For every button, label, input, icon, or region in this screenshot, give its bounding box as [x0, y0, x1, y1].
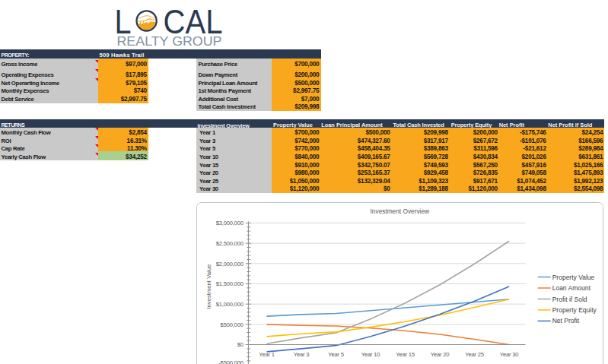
svg-text:$2,500,000: $2,500,000	[216, 240, 244, 247]
svg-text:Year 1: Year 1	[259, 351, 275, 358]
svg-text:Property Value: Property Value	[552, 274, 595, 281]
svg-text:Year 30: Year 30	[500, 351, 519, 358]
svg-text:Year 15: Year 15	[396, 351, 415, 358]
svg-text:Year 25: Year 25	[466, 351, 485, 358]
svg-text:$0: $0	[237, 342, 244, 349]
svg-text:Profit if Sold: Profit if Sold	[552, 296, 587, 303]
svg-text:$2,000,000: $2,000,000	[216, 261, 244, 267]
svg-text:$3,000,000: $3,000,000	[216, 220, 244, 227]
svg-text:Investment Overview: Investment Overview	[371, 207, 430, 215]
svg-text:Investment Value: Investment Value	[205, 264, 212, 309]
svg-text:$1,500,000: $1,500,000	[216, 281, 244, 288]
svg-text:Net Profit: Net Profit	[552, 318, 580, 325]
svg-text:$500,000: $500,000	[221, 321, 244, 328]
svg-text:Year 20: Year 20	[431, 351, 450, 358]
svg-text:Loan Amount: Loan Amount	[552, 284, 591, 292]
svg-text:Year 3: Year 3	[294, 351, 309, 358]
svg-text:REALTY GROUP: REALTY GROUP	[116, 34, 221, 48]
svg-text:Year 10: Year 10	[361, 351, 380, 358]
svg-text:Property Equity: Property Equity	[552, 306, 597, 314]
svg-text:Year 5: Year 5	[329, 351, 344, 358]
svg-text:$1,000,000: $1,000,000	[216, 301, 244, 308]
svg-text:-$500,000: -$500,000	[219, 359, 244, 364]
